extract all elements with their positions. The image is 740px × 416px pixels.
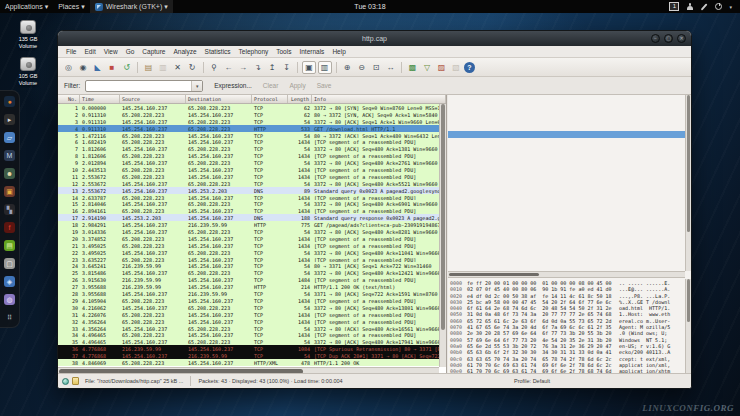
detail-line[interactable]: ▸Internet Protocol Version 4, Src: 145.2… (448, 110, 685, 117)
menu-item[interactable]: View (100, 47, 122, 56)
user-app-icon[interactable]: ☻ (4, 168, 15, 179)
save-file-icon[interactable]: ▥ (157, 61, 170, 74)
table-row[interactable]: 17 2.914190 145.253.2.203 145.254.160.23… (58, 214, 439, 221)
table-row[interactable]: 19 3.014336 145.254.160.237 65.208.228.2… (58, 228, 439, 235)
toolbar-separator[interactable] (297, 62, 298, 73)
table-row[interactable]: 29 4.105904 65.208.228.223 145.254.160.2… (58, 297, 439, 304)
toolbar-separator[interactable] (137, 62, 138, 73)
table-row[interactable]: 31 4.226076 65.208.228.223 145.254.160.2… (58, 311, 439, 318)
menu-item[interactable]: Analyze (169, 47, 200, 56)
table-row[interactable]: 6 1.682419 65.208.228.223 145.254.160.23… (58, 138, 439, 145)
power-icon[interactable] (715, 3, 722, 10)
colorize-toggle-icon[interactable]: ▣ (302, 61, 316, 74)
input-method-icon[interactable] (701, 3, 708, 10)
table-row[interactable]: 13 2.553672 145.254.160.237 145.253.2.20… (58, 187, 439, 194)
table-row[interactable]: 27 3.955688 216.239.59.99 145.254.160.23… (58, 283, 439, 290)
menu-item[interactable]: Telephony (235, 47, 273, 56)
open-file-icon[interactable]: ▤ (142, 61, 155, 74)
column-header[interactable]: Time (80, 95, 120, 103)
menu-item[interactable]: Help (328, 47, 349, 56)
hex-vertical-scrollbar[interactable] (685, 279, 691, 375)
go-forward-icon[interactable]: → (237, 61, 250, 74)
table-row[interactable]: 8 1.812606 65.208.228.223 145.254.160.23… (58, 152, 439, 159)
window-titlebar[interactable]: http.cap − ▢ ✕ (58, 31, 691, 46)
green-app-icon[interactable]: ▤ (4, 240, 15, 251)
detail-line[interactable]: [HTTP request 1/1] (448, 215, 685, 222)
help-icon[interactable]: ? (464, 62, 475, 73)
column-header[interactable]: Destination (186, 95, 252, 103)
go-top-icon[interactable]: ↥ (266, 61, 279, 74)
toolbar-separator[interactable] (203, 62, 204, 73)
find-packet-icon[interactable]: ⚲ (208, 61, 221, 74)
packet-list-vertical-scrollbar[interactable] (439, 104, 446, 367)
scrollbar-thumb[interactable] (441, 104, 445, 330)
scrollbar-thumb[interactable] (687, 95, 690, 232)
reload-icon[interactable]: ↻ (186, 61, 199, 74)
table-row[interactable]: 28 3.955688 145.254.160.237 216.239.59.9… (58, 290, 439, 297)
zoom-in-icon[interactable]: ⊕ (341, 61, 354, 74)
detail-line[interactable]: Accept: text/xml,application/xml,applica… (448, 152, 685, 159)
detail-line[interactable]: [Response in frame: 38] (448, 222, 685, 229)
capture-stop-icon[interactable]: ■ (106, 61, 119, 74)
column-header[interactable]: Source (120, 95, 186, 103)
table-row[interactable]: 34 4.496465 65.208.228.223 145.254.160.2… (58, 331, 439, 338)
scrollbar-thumb[interactable] (687, 279, 690, 322)
table-row[interactable]: 24 3.645241 216.239.59.99 145.254.160.23… (58, 262, 439, 269)
toolbar-separator[interactable] (401, 62, 402, 73)
firefox-icon[interactable]: ● (4, 96, 15, 107)
table-row[interactable]: 7 1.812606 145.254.160.237 65.208.228.22… (58, 145, 439, 152)
resize-columns-icon[interactable]: ↔ (384, 61, 397, 74)
table-row[interactable]: 33 4.356264 145.254.160.237 65.208.228.2… (58, 325, 439, 332)
status-profile[interactable]: Profile: Default (514, 378, 550, 384)
table-row[interactable]: 9 2.012894 145.254.160.237 65.208.228.22… (58, 159, 439, 166)
table-row[interactable]: 16 2.894161 65.208.228.223 145.254.160.2… (58, 207, 439, 214)
detail-line[interactable]: ▸Transmission Control Protocol, Src Port… (448, 117, 685, 124)
dropdown-caret-icon[interactable]: ▾ (191, 81, 202, 91)
maximize-button[interactable]: ▢ (664, 34, 673, 43)
places-menu[interactable]: Places ▾ (53, 0, 89, 13)
menu-item[interactable]: Internals (295, 47, 328, 56)
detail-line[interactable]: User-Agent: Mozilla/5.0 (Windows; U; Win… (448, 145, 685, 152)
detail-line[interactable]: [Full request URI: http://www.ethereal.c… (448, 208, 685, 215)
table-row[interactable]: 35 4.496465 145.254.160.237 65.208.228.2… (58, 338, 439, 345)
column-header[interactable]: Length (288, 95, 312, 103)
apply-button[interactable]: Apply (289, 82, 305, 89)
zoom-100-icon[interactable]: ⊡ (370, 61, 383, 74)
workspace-indicator[interactable]: 1 (669, 2, 679, 11)
detail-line[interactable]: Accept-Encoding: gzip,deflate\r\n (448, 166, 685, 173)
menu-item[interactable]: Go (122, 47, 139, 56)
capture-options-icon[interactable]: ◉ (77, 61, 90, 74)
volume-desktop-icon[interactable]: 135 GBVolume (5, 20, 51, 49)
menu-item[interactable]: Capture (138, 47, 169, 56)
detail-line[interactable]: ▸GET /download.html HTTP/1.1\r\n (448, 131, 685, 138)
filter-input[interactable]: ▾ (85, 80, 203, 92)
detail-line[interactable]: Accept-Charset: ISO-8859-1,utf-8;q=0.7,*… (448, 173, 685, 180)
expression-button[interactable]: Expression... (214, 82, 252, 89)
detail-line[interactable]: Connection: keep-alive\r\n (448, 187, 685, 194)
menu-item[interactable]: Tools (272, 47, 295, 56)
detail-line[interactable]: Keep-Alive: 300\r\n (448, 180, 685, 187)
menu-item[interactable]: File (62, 47, 80, 56)
table-row[interactable]: 10 2.443513 65.208.228.223 145.254.160.2… (58, 166, 439, 173)
details-horizontal-scrollbar[interactable] (448, 271, 685, 278)
go-back-icon[interactable]: ← (222, 61, 235, 74)
table-row[interactable]: 20 3.374852 65.208.228.223 145.254.160.2… (58, 235, 439, 242)
display-filter-icon[interactable]: ▽ (421, 61, 434, 74)
table-row[interactable]: 38 4.846069 65.208.228.223 145.254.160.2… (58, 359, 439, 366)
table-row[interactable]: 22 3.495025 145.254.160.237 65.208.228.2… (58, 249, 439, 256)
table-row[interactable]: 15 2.814046 145.254.160.237 65.208.228.2… (58, 200, 439, 207)
dark-app-icon[interactable]: ▚ (4, 204, 15, 215)
flash-app-icon[interactable]: f (4, 222, 15, 233)
user-icon[interactable] (686, 3, 693, 10)
close-button[interactable]: ✕ (677, 34, 686, 43)
terminal-icon[interactable]: ▸ (4, 114, 15, 125)
table-row[interactable]: 26 3.915630 216.239.59.99 145.254.160.23… (58, 276, 439, 283)
table-row[interactable]: 11 2.553672 65.208.228.223 145.254.160.2… (58, 173, 439, 180)
close-file-icon[interactable]: ✕ (171, 61, 184, 74)
detail-line[interactable]: ▾Hypertext Transfer Protocol (448, 124, 685, 131)
clear-button[interactable]: Clear (263, 82, 279, 89)
table-row[interactable]: 2 0.911310 65.208.228.223 145.254.160.23… (58, 111, 439, 118)
detail-line[interactable]: ▸Ethernet II, Src: Superlan_00:00:00 (00… (448, 103, 685, 110)
table-row[interactable]: 25 3.815486 145.254.160.237 65.208.228.2… (58, 269, 439, 276)
autoscroll-toggle-icon[interactable]: ▥ (318, 61, 332, 74)
